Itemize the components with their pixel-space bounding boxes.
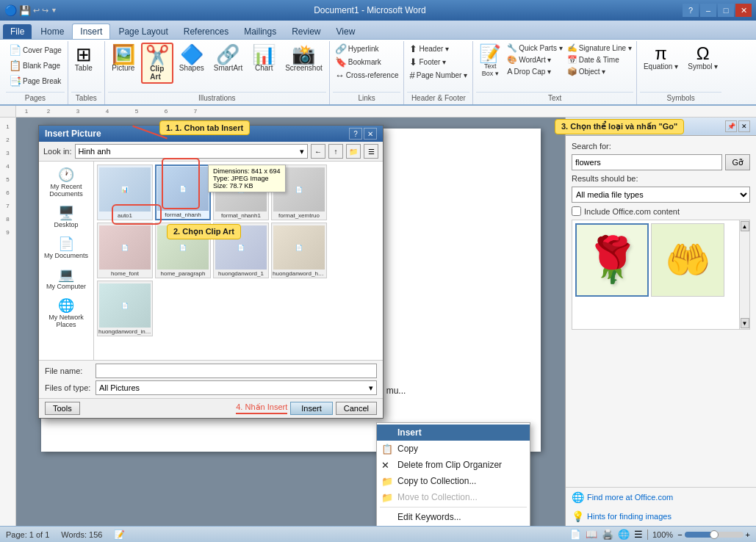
tooltip-size: Size: 78.7 KB [213, 182, 281, 189]
insert-picture-dialog[interactable]: Insert Picture ? ✕ Look in: Hinh anh▾ [38, 125, 384, 419]
look-in-dropdown[interactable]: Hinh anh▾ [75, 144, 308, 159]
search-input[interactable] [572, 154, 722, 170]
chart-button[interactable]: 📊 Chart [248, 43, 279, 74]
context-menu: Insert 📋 Copy ✕ Delete from Clip Organiz… [376, 422, 530, 526]
blank-page-button[interactable]: 📋Blank Page [6, 58, 65, 73]
screenshot-button[interactable]: 📸 Screenshot [281, 43, 326, 74]
footer-button[interactable]: ⬇ Footer ▾ [407, 56, 469, 68]
signature-line-button[interactable]: ✍ Signature Line ▾ [566, 43, 633, 54]
ctx-edit-keywords[interactable]: Edit Keywords... [377, 509, 530, 525]
bookmark-button[interactable]: 🔖 Bookmark [333, 56, 401, 68]
back-button[interactable]: ← [311, 144, 325, 159]
maximize-button[interactable]: □ [718, 4, 734, 17]
page-number-button[interactable]: # Page Number ▾ [407, 69, 469, 82]
ctx-copy-to-collection[interactable]: 📁 Copy to Collection... [377, 473, 530, 489]
hyperlink-button[interactable]: 🔗 Hyperlink [333, 43, 401, 55]
my-computer-item[interactable]: 💻My Computer [40, 264, 92, 292]
tab-page-layout[interactable]: Page Layout [111, 24, 175, 39]
thumb-huongdanword-home[interactable]: 📄 huongdanword_home [271, 223, 327, 278]
table-button[interactable]: ⊞ Table [71, 43, 96, 74]
tab-insert[interactable]: Insert [72, 24, 110, 39]
picture-button[interactable]: 🖼️ Picture [108, 43, 139, 74]
page-break-button[interactable]: 📑Page Break [6, 73, 65, 88]
my-documents-item[interactable]: 📄My Documents [40, 234, 92, 261]
views-button[interactable]: ☰ [364, 144, 378, 159]
ctx-delete-from-organizer[interactable]: ✕ Delete from Clip Organizer [377, 457, 530, 473]
insert-button[interactable]: Insert [290, 402, 333, 415]
tab-file[interactable]: File [3, 24, 32, 39]
date-time-button[interactable]: 📅 Date & Time [566, 54, 633, 65]
search-for-label: Search for: [572, 142, 750, 151]
results-dropdown[interactable]: All media file types [572, 187, 750, 203]
dialog-close-icon[interactable]: ✕ [364, 128, 377, 140]
view-normal-button[interactable]: 📄 [569, 529, 581, 540]
thumb-home-font[interactable]: 📄 home_font [97, 223, 153, 278]
minimize-button[interactable]: – [700, 4, 716, 17]
ctx-copy[interactable]: 📋 Copy [377, 441, 530, 457]
thumb-auto1[interactable]: 📊 auto1 [97, 165, 153, 220]
cancel-button[interactable]: Cancel [336, 402, 377, 415]
file-name-input[interactable] [96, 364, 377, 378]
zoom-out-button[interactable]: − [677, 530, 682, 539]
cover-page-button[interactable]: 📄Cover Page [6, 43, 65, 57]
tab-references[interactable]: References [176, 24, 236, 39]
word-art-button[interactable]: 🎨 WordArt ▾ [505, 54, 564, 65]
files-of-type-dropdown[interactable]: All Pictures▾ [96, 380, 377, 395]
clip-image-2[interactable]: 🤲 [651, 223, 724, 297]
scroll-up-button[interactable]: ▲ [741, 221, 749, 231]
ctx-preview-properties[interactable]: Preview/Properties [377, 525, 530, 526]
results-label: Results should be: [572, 174, 750, 183]
thumb-huongdanword-insert[interactable]: 📄 huongdanword_insert [97, 281, 153, 336]
quick-parts-button[interactable]: 🔧 Quick Parts ▾ [505, 43, 564, 54]
tab-home[interactable]: Home [33, 24, 71, 39]
panel-pin-button[interactable]: 📌 [725, 120, 737, 132]
object-button[interactable]: 📦 Object ▾ [566, 66, 633, 77]
desktop-item[interactable]: 🖥️Desktop [40, 203, 92, 231]
my-network-item[interactable]: 🌐My Network Places [40, 295, 92, 330]
up-button[interactable]: ↑ [328, 144, 343, 159]
new-folder-button[interactable]: 📁 [346, 144, 361, 159]
file-name-label: File name: [45, 366, 93, 375]
tools-button[interactable]: Tools [45, 402, 80, 415]
hints-link[interactable]: 💡 Hints for finding images [566, 507, 756, 526]
include-office-label: Include Office.com content [584, 207, 680, 216]
text-box-button[interactable]: 📝 TextBox ▾ [476, 43, 504, 79]
zoom-in-button[interactable]: + [746, 530, 750, 539]
close-button[interactable]: ✕ [735, 4, 752, 17]
view-outline-button[interactable]: ☰ [634, 529, 643, 540]
go-button[interactable]: Gỡ [725, 154, 750, 170]
find-more-link[interactable]: 🌐 Find more at Office.com [566, 488, 756, 507]
ctx-move-to-collection[interactable]: 📁 Move to Collection... [377, 489, 530, 505]
include-office-checkbox[interactable] [572, 206, 581, 216]
clip-art-panel: Clip Art 📌 ✕ Search for: Gỡ Resu [565, 118, 756, 526]
clip-art-button[interactable]: ✂️ ClipArt [141, 43, 173, 84]
view-web-button[interactable]: 🌐 [618, 529, 630, 540]
view-print-button[interactable]: 🖨️ [602, 529, 613, 540]
links-group-label: Links [333, 92, 401, 104]
zoom-slider[interactable] [685, 532, 744, 538]
scroll-down-button[interactable]: ▼ [741, 318, 749, 328]
symbols-group-label: Symbols [640, 92, 721, 104]
clip-image-1[interactable]: 🌹 [575, 223, 649, 297]
tab-mailings[interactable]: Mailings [237, 24, 284, 39]
tab-view[interactable]: View [329, 24, 363, 39]
thumb-format-nhanh[interactable]: 📄 format_nhanh [155, 165, 211, 220]
equation-button[interactable]: π Equation ▾ [640, 43, 682, 73]
drop-cap-button[interactable]: A Drop Cap ▾ [505, 66, 564, 76]
header-button[interactable]: ⬆ Header ▾ [407, 43, 469, 55]
dialog-help-button[interactable]: ? [349, 128, 362, 140]
help-button[interactable]: ? [683, 4, 699, 17]
view-reading-button[interactable]: 📖 [586, 529, 597, 540]
symbol-button[interactable]: Ω Symbol ▾ [684, 43, 721, 73]
my-recent-docs[interactable]: 🕐My Recent Documents [40, 165, 92, 200]
ctx-insert[interactable]: Insert [377, 424, 530, 441]
tooltip-dimensions: Dimensions: 841 x 694 [213, 167, 281, 175]
illustrations-group-label: Illustrations [108, 92, 326, 104]
tab-review[interactable]: Review [284, 24, 328, 39]
look-in-label: Look in: [43, 147, 72, 156]
horizontal-ruler: 1 2 3 4 5 6 7 [16, 106, 756, 118]
shapes-button[interactable]: 🔷 Shapes [176, 43, 208, 74]
panel-close-button[interactable]: ✕ [738, 120, 750, 132]
smart-art-button[interactable]: 🔗 SmartArt [210, 43, 246, 74]
cross-reference-button[interactable]: ↔ Cross-reference [333, 69, 401, 82]
